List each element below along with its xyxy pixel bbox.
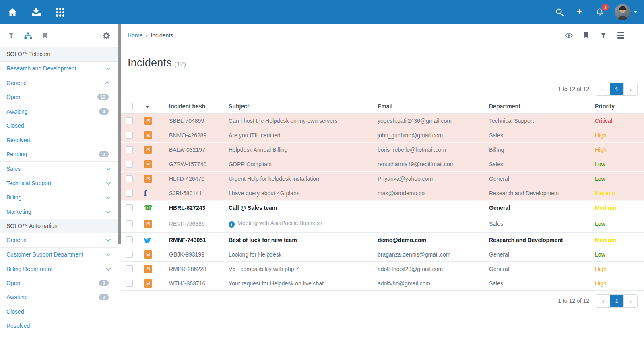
sidebar-item-label[interactable]: Open <box>6 94 97 100</box>
incident-row[interactable]: RMNF-743051Best of luck for new teamdemo… <box>121 233 644 247</box>
incident-row[interactable]: fSJRI-580141I have query about 4G plansm… <box>121 186 644 201</box>
incident-hash[interactable]: HLFD-426470 <box>165 172 225 186</box>
incident-hash[interactable]: HBRL-827243 <box>165 201 225 215</box>
sidebar-item-label[interactable]: Resolved <box>6 137 111 143</box>
incident-hash[interactable]: RMNF-743051 <box>165 233 225 247</box>
pagination-page-button[interactable]: 1 <box>610 83 623 95</box>
filter-icon[interactable] <box>599 31 607 39</box>
sidebar-item-label[interactable]: Billing <box>6 194 106 201</box>
incident-subject[interactable]: Your request for Helpdesk on live chat <box>225 276 374 291</box>
row-checkbox[interactable] <box>126 117 133 124</box>
column-header-subject[interactable]: Subject <box>225 99 374 114</box>
home-icon[interactable] <box>7 7 18 17</box>
sidebar-item-awaiting[interactable]: Awaiting0 <box>0 290 118 305</box>
incident-hash[interactable]: GZBW-157740 <box>165 157 225 172</box>
incident-row[interactable]: ✉GBJK-993199Looking for Helpdeskbraganza… <box>121 247 644 262</box>
sidebar-item-closed[interactable]: Closed <box>0 119 118 133</box>
column-header-incident-hash[interactable]: Incident hash <box>165 99 225 114</box>
row-checkbox[interactable] <box>126 132 133 139</box>
column-header-department[interactable]: Department <box>485 99 591 114</box>
incident-subject[interactable]: Helpdesk Annual Billing <box>225 143 374 157</box>
pagination-next-button[interactable]: › <box>623 295 637 307</box>
sidebar-item-label[interactable]: Customer Support Department <box>6 251 106 258</box>
user-avatar[interactable] <box>615 4 631 20</box>
incident-subject[interactable]: Best of luck for new team <box>225 233 374 247</box>
sidebar-item-general[interactable]: General <box>0 233 118 248</box>
incident-hash[interactable]: WTHJ-363716 <box>165 276 225 291</box>
sidebar-item-technical-support[interactable]: Technical Support <box>0 176 118 190</box>
row-checkbox[interactable] <box>126 161 133 168</box>
chevron-down-icon[interactable] <box>106 209 111 213</box>
apps-grid-icon[interactable] <box>55 7 65 17</box>
sidebar-item-closed[interactable]: Closed <box>0 304 118 319</box>
row-checkbox[interactable] <box>126 190 133 197</box>
sidebar-item-open[interactable]: Open0 <box>0 276 118 290</box>
chevron-down-icon[interactable] <box>106 180 111 185</box>
incident-row[interactable]: ✉BALW-032197Helpdesk Annual Billingboris… <box>121 143 644 157</box>
sidebar-item-label[interactable]: General <box>6 80 106 86</box>
filter-icon[interactable] <box>7 32 15 40</box>
user-menu[interactable] <box>615 4 637 20</box>
incident-row[interactable]: ✉SBBL-704899Can I host the Helpdesk on m… <box>121 114 644 128</box>
incident-hash[interactable]: GBJK-993199 <box>165 247 225 262</box>
incident-subject[interactable]: Call @ Sales team <box>225 201 374 215</box>
sidebar-item-label[interactable]: Closed <box>6 122 111 129</box>
sidebar-item-label[interactable]: Closed <box>6 308 111 315</box>
incident-subject[interactable]: Looking for Helpdesk <box>225 247 374 262</box>
row-checkbox[interactable] <box>126 146 133 153</box>
row-checkbox[interactable] <box>126 251 133 258</box>
pagination-prev-button[interactable]: ‹ <box>596 295 610 307</box>
pagination-next-button[interactable]: › <box>623 83 637 95</box>
sidebar-item-label[interactable]: Sales <box>6 165 106 172</box>
pagination-page-button[interactable]: 1 <box>610 295 623 307</box>
incident-subject[interactable]: GDPR Compliant <box>225 157 374 172</box>
column-header-email[interactable]: Email <box>374 99 485 114</box>
incident-subject[interactable]: V5 - compatibility with php 7 <box>225 262 374 276</box>
incident-hash[interactable]: RMPR-286228 <box>165 262 225 276</box>
sidebar-item-billing[interactable]: Billing <box>0 190 118 205</box>
chevron-down-icon[interactable] <box>106 194 111 199</box>
incident-row[interactable]: ✉RMPR-286228V5 - compatibility with php … <box>121 262 644 276</box>
sidebar-item-label[interactable]: Resolved <box>6 323 111 329</box>
bookmark-icon[interactable] <box>41 32 49 40</box>
row-checkbox[interactable] <box>126 204 133 211</box>
incident-row[interactable]: ✉BNMO-426289Are you ITIL certifiedjohn_g… <box>121 128 644 143</box>
column-header-priority[interactable]: Priority <box>591 99 644 114</box>
incident-row[interactable]: ✉HLFD-426470Urgent Help for helpdesk ins… <box>121 172 644 186</box>
incident-hash[interactable]: REVF-766389 <box>165 215 225 233</box>
incident-subject[interactable]: iMeeting with AsiaPacific Business <box>225 215 374 233</box>
menu-icon[interactable] <box>617 31 625 39</box>
incident-hash[interactable]: SBBL-704899 <box>165 114 225 128</box>
incident-hash[interactable]: SJRI-580141 <box>165 186 225 201</box>
sidebar-item-awaiting[interactable]: Awaiting0 <box>0 104 118 119</box>
pagination-prev-button[interactable]: ‹ <box>596 83 610 95</box>
incident-subject[interactable]: I have query about 4G plans <box>225 186 374 201</box>
chevron-down-icon[interactable] <box>106 66 111 70</box>
incident-subject[interactable]: Are you ITIL certified <box>225 128 374 143</box>
sidebar-item-label[interactable]: Awaiting <box>6 108 99 115</box>
sidebar-item-marketing[interactable]: Marketing <box>0 205 118 219</box>
sidebar-item-label[interactable]: Pending <box>6 151 99 157</box>
chevron-down-icon[interactable] <box>106 252 111 256</box>
eye-icon[interactable] <box>565 31 573 39</box>
incident-row[interactable]: ✉WTHJ-363716Your request for Helpdesk on… <box>121 276 644 291</box>
sidebar-item-billing-department[interactable]: Billing Department <box>0 262 118 276</box>
breadcrumb-home-link[interactable]: Home <box>128 32 142 39</box>
sidebar-item-label[interactable]: Open <box>6 280 99 286</box>
incident-subject[interactable]: Can I host the Helpdesk on my own server… <box>225 114 374 128</box>
incident-hash[interactable]: BALW-032197 <box>165 143 225 157</box>
sidebar-item-sales[interactable]: Sales <box>0 161 118 176</box>
sidebar-item-label[interactable]: Awaiting <box>6 294 99 300</box>
select-all-checkbox[interactable] <box>126 103 133 110</box>
inbox-download-icon[interactable] <box>31 7 41 17</box>
incident-row[interactable]: ✉REVF-766389iMeeting with AsiaPacific Bu… <box>121 215 644 233</box>
sidebar-item-label[interactable]: Billing Department <box>6 266 106 272</box>
sitemap-icon[interactable] <box>24 32 32 40</box>
row-checkbox[interactable] <box>126 236 133 243</box>
row-checkbox[interactable] <box>126 220 133 227</box>
sidebar-item-resolved[interactable]: Resolved <box>0 319 118 333</box>
notifications-bell-icon[interactable]: 3 <box>594 7 605 17</box>
sidebar-item-open[interactable]: Open13 <box>0 90 118 105</box>
bookmark-icon[interactable] <box>582 31 590 39</box>
sidebar-item-customer-support-department[interactable]: Customer Support Department <box>0 247 118 262</box>
